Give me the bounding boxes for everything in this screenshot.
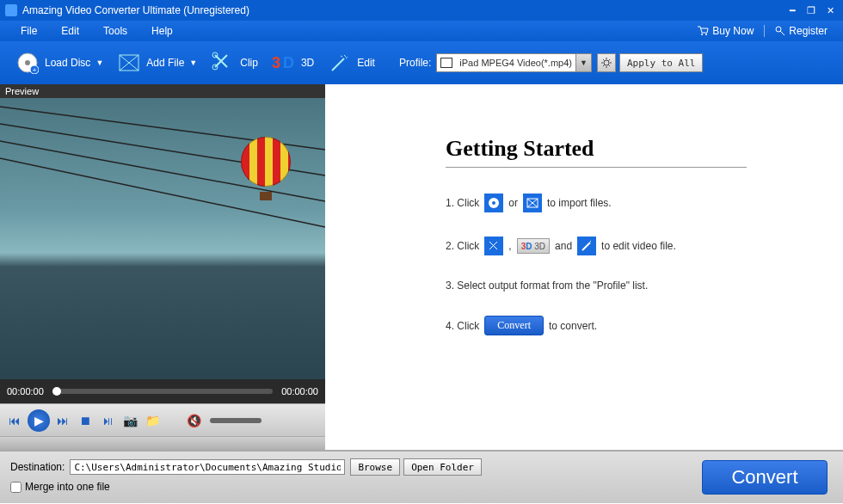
step-3: 3. Select output format from the "Profil… <box>446 280 817 292</box>
content-area: Preview 00:00:00 00:00:00 ⏮ ▶ ⏭ ⏹ <box>0 84 843 450</box>
load-disc-label: Load Disc <box>45 57 90 69</box>
step-text: 4. Click <box>446 320 479 332</box>
maximize-button[interactable]: ❐ <box>803 4 819 16</box>
svg-point-1 <box>705 34 707 35</box>
destination-label: Destination: <box>10 461 65 473</box>
menu-file[interactable]: File <box>9 25 49 37</box>
mute-button[interactable]: 🔇 <box>184 411 203 430</box>
seek-thumb[interactable] <box>52 387 61 396</box>
3d-button[interactable]: 3D 3D <box>265 47 321 78</box>
step-text: to edit video file. <box>601 240 676 252</box>
seek-slider[interactable] <box>52 389 273 394</box>
menu-edit[interactable]: Edit <box>49 25 91 37</box>
step-2: 2. Click , 3D 3D and to edit video file. <box>446 237 817 255</box>
preview-video <box>0 98 325 379</box>
snapshot-button[interactable]: 📷 <box>120 411 139 430</box>
destination-input[interactable] <box>70 459 345 475</box>
prev-button[interactable]: ⏮ <box>5 411 24 430</box>
edit-label: Edit <box>357 57 375 69</box>
main-panel: Getting Started 1. Click or to import fi… <box>325 84 843 450</box>
add-file-label: Add File <box>146 57 184 69</box>
scissors-icon <box>211 51 235 75</box>
step-1: 1. Click or to import files. <box>446 194 817 212</box>
edit-button[interactable]: Edit <box>321 47 382 78</box>
menubar: File Edit Tools Help Buy Now Register <box>0 21 843 41</box>
3d-label: 3D <box>301 57 314 69</box>
getting-started-title: Getting Started <box>446 136 817 162</box>
preview-footer <box>0 436 325 450</box>
time-total: 00:00:00 <box>281 386 318 396</box>
open-folder-button[interactable]: Open Folder <box>403 458 482 476</box>
film-icon <box>523 194 542 212</box>
chevron-down-icon: ▼ <box>95 58 103 67</box>
preview-panel: Preview 00:00:00 00:00:00 ⏮ ▶ ⏭ ⏹ <box>0 84 325 450</box>
gear-icon <box>600 57 612 69</box>
step-4: 4. Click Convert to convert. <box>446 316 817 335</box>
titlebar: Amazing Video Converter Ultimate (Unregi… <box>0 0 843 21</box>
step-text: , <box>508 240 511 252</box>
register-label: Register <box>789 25 828 37</box>
profile-label: Profile: <box>399 57 431 69</box>
browse-button[interactable]: Browse <box>350 458 400 476</box>
separator <box>764 25 765 37</box>
apply-to-all-button[interactable]: Apply to All <box>619 53 703 72</box>
svg-point-4 <box>25 60 30 65</box>
menu-help[interactable]: Help <box>139 25 185 37</box>
playback-progress: 00:00:00 00:00:00 <box>0 379 325 403</box>
convert-label: Convert <box>731 466 797 489</box>
stop-button[interactable]: ⏹ <box>76 411 95 430</box>
window-title: Amazing Video Converter Ultimate (Unregi… <box>22 4 249 16</box>
convert-sample-button: Convert <box>484 316 544 335</box>
step-text: and <box>555 240 572 252</box>
clip-button[interactable]: Clip <box>204 47 265 78</box>
step-text: 1. Click <box>446 197 479 209</box>
next-button[interactable]: ⏭ <box>53 411 72 430</box>
toolbar: + Load Disc ▼ Add File ▼ Clip 3D 3D Edit… <box>0 41 843 84</box>
cart-icon <box>697 26 709 36</box>
play-button[interactable]: ▶ <box>28 409 50 432</box>
step-text: to convert. <box>549 320 597 332</box>
disc-icon <box>484 194 503 212</box>
svg-text:+: + <box>33 66 37 74</box>
svg-point-18 <box>492 201 495 205</box>
step-text: to import files. <box>547 197 612 209</box>
settings-button[interactable] <box>597 53 616 72</box>
disc-icon: + <box>15 51 40 75</box>
folder-button[interactable]: 📁 <box>143 411 162 430</box>
3d-icon: 3D <box>272 51 296 75</box>
film-icon <box>117 51 141 75</box>
scissors-icon <box>484 237 503 255</box>
svg-text:3: 3 <box>272 54 280 71</box>
step-button[interactable]: ⏯ <box>98 411 117 430</box>
chevron-down-icon: ▼ <box>575 54 591 71</box>
divider <box>446 167 747 168</box>
menu-tools[interactable]: Tools <box>91 25 139 37</box>
chevron-down-icon: ▼ <box>189 58 197 67</box>
add-file-button[interactable]: Add File ▼ <box>110 47 204 78</box>
3d-icon: 3D 3D <box>517 238 550 254</box>
minimize-button[interactable]: ━ <box>785 4 800 16</box>
bottom-bar: Destination: Browse Open Folder Merge in… <box>0 450 843 503</box>
format-icon <box>440 58 452 68</box>
profile-select[interactable]: iPad MPEG4 Video(*.mp4) ▼ <box>436 53 592 72</box>
load-disc-button[interactable]: + Load Disc ▼ <box>9 47 110 78</box>
profile-value: iPad MPEG4 Video(*.mp4) <box>456 58 575 68</box>
step-text: or <box>508 197 518 209</box>
buy-now-label: Buy Now <box>712 25 754 37</box>
playback-controls: ⏮ ▶ ⏭ ⏹ ⏯ 📷 📁 🔇 <box>0 403 325 436</box>
app-icon <box>5 4 17 16</box>
preview-label: Preview <box>0 84 325 98</box>
buy-now-link[interactable]: Buy Now <box>690 25 760 37</box>
clip-label: Clip <box>240 57 258 69</box>
close-button[interactable]: ✕ <box>822 4 838 16</box>
svg-text:D: D <box>283 54 294 71</box>
merge-label: Merge into one file <box>25 481 110 493</box>
volume-slider[interactable] <box>210 418 262 423</box>
step-text: 3. Select output format from the "Profil… <box>446 280 648 292</box>
register-link[interactable]: Register <box>768 25 834 37</box>
merge-checkbox[interactable] <box>10 482 22 493</box>
balloon-image <box>241 137 291 214</box>
svg-point-0 <box>701 34 703 35</box>
convert-button[interactable]: Convert <box>702 460 828 495</box>
time-current: 00:00:00 <box>7 386 44 396</box>
